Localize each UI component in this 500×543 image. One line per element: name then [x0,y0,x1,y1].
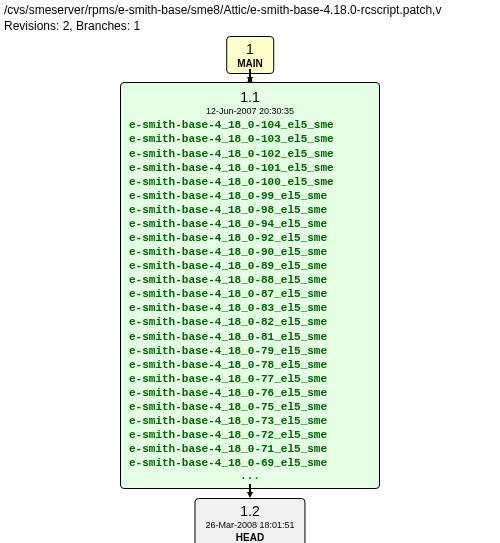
tag-item: e-smith-base-4_18_0-100_el5_sme [129,175,371,189]
tag-item: e-smith-base-4_18_0-78_el5_sme [129,358,371,372]
revision-timestamp: 12-Jun-2007 20:30:35 [129,106,371,116]
head-branch-name: HEAD [205,532,294,543]
tag-item: e-smith-base-4_18_0-83_el5_sme [129,301,371,315]
revision-node-1-2[interactable]: 1.2 26-Mar-2008 18:01:51 HEAD [194,498,305,543]
revision-graph: 1 MAIN 1.1 12-Jun-2007 20:30:35 e-smith-… [0,36,500,543]
tag-item: e-smith-base-4_18_0-99_el5_sme [129,189,371,203]
connector-2 [247,484,253,498]
tag-item: e-smith-base-4_18_0-102_el5_sme [129,147,371,161]
file-header: /cvs/smeserver/rpms/e-smith-base/sme8/At… [0,0,500,36]
tag-item: e-smith-base-4_18_0-73_el5_sme [129,414,371,428]
file-path: /cvs/smeserver/rpms/e-smith-base/sme8/At… [4,2,496,18]
tag-item: e-smith-base-4_18_0-79_el5_sme [129,344,371,358]
tag-item: e-smith-base-4_18_0-75_el5_sme [129,400,371,414]
revision-number: 1.2 [205,503,294,519]
tag-item: e-smith-base-4_18_0-76_el5_sme [129,386,371,400]
revision-number: 1.1 [129,89,371,105]
tag-item: e-smith-base-4_18_0-71_el5_sme [129,442,371,456]
tag-item: e-smith-base-4_18_0-77_el5_sme [129,372,371,386]
more-tags: ... [129,470,371,482]
branch-root-number: 1 [237,41,263,57]
revision-node-1-1[interactable]: 1.1 12-Jun-2007 20:30:35 e-smith-base-4_… [120,82,380,489]
revision-timestamp: 26-Mar-2008 18:01:51 [205,520,294,530]
tag-item: e-smith-base-4_18_0-104_el5_sme [129,118,371,132]
tag-item: e-smith-base-4_18_0-101_el5_sme [129,161,371,175]
tag-item: e-smith-base-4_18_0-98_el5_sme [129,203,371,217]
tag-item: e-smith-base-4_18_0-72_el5_sme [129,428,371,442]
tag-item: e-smith-base-4_18_0-89_el5_sme [129,259,371,273]
tag-list: e-smith-base-4_18_0-104_el5_smee-smith-b… [129,118,371,470]
tag-item: e-smith-base-4_18_0-69_el5_sme [129,456,371,470]
tag-item: e-smith-base-4_18_0-81_el5_sme [129,330,371,344]
tag-item: e-smith-base-4_18_0-103_el5_sme [129,132,371,146]
tag-item: e-smith-base-4_18_0-88_el5_sme [129,273,371,287]
tag-item: e-smith-base-4_18_0-92_el5_sme [129,231,371,245]
tag-item: e-smith-base-4_18_0-87_el5_sme [129,287,371,301]
revisions-line: Revisions: 2, Branches: 1 [4,18,496,34]
branch-root-name: MAIN [237,58,263,69]
tag-item: e-smith-base-4_18_0-94_el5_sme [129,217,371,231]
tag-item: e-smith-base-4_18_0-82_el5_sme [129,315,371,329]
connector-1 [247,69,253,83]
tag-item: e-smith-base-4_18_0-90_el5_sme [129,245,371,259]
